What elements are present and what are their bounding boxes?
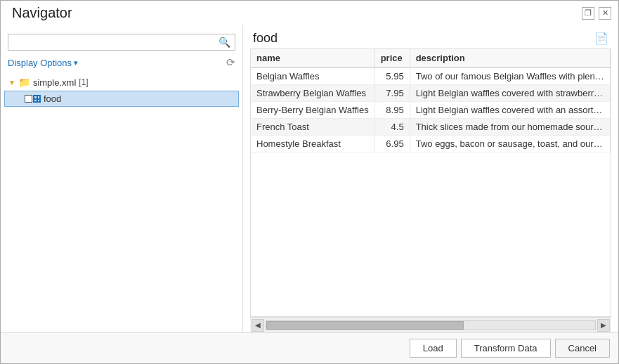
cell-price: 4.5 (374, 119, 410, 136)
cell-price: 6.95 (374, 136, 410, 152)
display-options-button[interactable]: Display Options ▾ (8, 58, 78, 68)
table-row[interactable]: French Toast4.5Thick slices made from ou… (251, 119, 611, 136)
table-row[interactable]: Homestyle Breakfast6.95Two eggs, bacon o… (251, 136, 611, 152)
search-icon: 🔍 (219, 37, 230, 48)
scroll-left-button[interactable]: ◀ (252, 319, 264, 332)
table-header-row: name price description (251, 49, 611, 67)
cell-description: Light Belgian waffles covered with an as… (410, 102, 610, 119)
table-row[interactable]: Belgian Waffles5.95Two of our famous Bel… (251, 67, 611, 85)
chevron-down-icon: ▾ (74, 58, 78, 67)
display-options-label: Display Options (8, 58, 72, 68)
data-table: name price description Belgian Waffles5.… (251, 49, 611, 152)
window-title: Navigator (12, 5, 72, 21)
transform-data-button[interactable]: Transform Data (461, 339, 551, 358)
cancel-button[interactable]: Cancel (555, 339, 610, 358)
cell-name: Strawberry Belgian Waffles (251, 85, 374, 102)
folder-icon: 📁 (18, 77, 30, 88)
tree-root-label: simple.xml (33, 77, 76, 88)
cell-name: Homestyle Breakfast (251, 136, 374, 152)
navigator-window: Navigator ❐ ✕ 🔍 Display Options ▾ (0, 0, 619, 364)
tree-child-item-food[interactable]: food (4, 91, 239, 107)
footer-bar: Load Transform Data Cancel (1, 332, 618, 363)
tree-root-item[interactable]: ▼ 📁 simple.xml [1] (4, 74, 239, 90)
load-button[interactable]: Load (410, 339, 457, 358)
refresh-icon[interactable]: ⟳ (226, 56, 235, 69)
cell-price: 8.95 (374, 102, 410, 119)
cell-name: Berry-Berry Belgian Waffles (251, 102, 374, 119)
right-panel: food 📄 name price description Belgian Wa… (243, 25, 618, 332)
cell-name: French Toast (251, 119, 374, 136)
search-bar[interactable]: 🔍 (8, 34, 235, 51)
scroll-track[interactable] (266, 320, 596, 330)
display-options-bar: Display Options ▾ ⟳ (8, 56, 235, 69)
col-header-name: name (251, 49, 374, 67)
cell-description: Thick slices made from our homemade sour… (410, 119, 610, 136)
close-button[interactable]: ✕ (599, 7, 611, 20)
horizontal-scrollbar[interactable]: ◀ ▶ (250, 317, 611, 332)
cell-description: Two of our famous Belgian Waffles with p… (410, 67, 610, 85)
scroll-thumb[interactable] (266, 321, 464, 330)
table-row[interactable]: Berry-Berry Belgian Waffles8.95Light Bel… (251, 102, 611, 119)
restore-button[interactable]: ❐ (582, 7, 594, 20)
right-panel-title: food (253, 31, 278, 46)
cell-price: 7.95 (374, 85, 410, 102)
right-header: food 📄 (243, 25, 618, 48)
export-icon[interactable]: 📄 (594, 32, 608, 45)
col-header-price: price (374, 49, 410, 67)
tree-area: ▼ 📁 simple.xml [1] food (1, 74, 242, 327)
cell-description: Light Belgian waffles covered with straw… (410, 85, 610, 102)
cell-price: 5.95 (374, 67, 410, 85)
cell-description: Two eggs, bacon or sausage, toast, and o… (410, 136, 610, 152)
expand-arrow-icon: ▼ (8, 79, 15, 86)
close-icon: ✕ (602, 8, 608, 18)
restore-icon: ❐ (585, 8, 592, 18)
col-header-description: description (410, 49, 610, 67)
table-icon (25, 95, 41, 103)
cell-name: Belgian Waffles (251, 67, 374, 85)
window-controls: ❐ ✕ (582, 7, 611, 20)
table-row[interactable]: Strawberry Belgian Waffles7.95Light Belg… (251, 85, 611, 102)
data-table-container: name price description Belgian Waffles5.… (250, 48, 611, 317)
title-bar: Navigator ❐ ✕ (1, 1, 618, 25)
left-panel: 🔍 Display Options ▾ ⟳ ▼ 📁 simple.xml [1] (1, 25, 243, 332)
scroll-right-button[interactable]: ▶ (597, 319, 610, 332)
search-input[interactable] (13, 37, 219, 48)
tree-root-badge: [1] (79, 77, 88, 87)
tree-child-label: food (44, 93, 61, 104)
main-content: 🔍 Display Options ▾ ⟳ ▼ 📁 simple.xml [1] (1, 25, 618, 332)
